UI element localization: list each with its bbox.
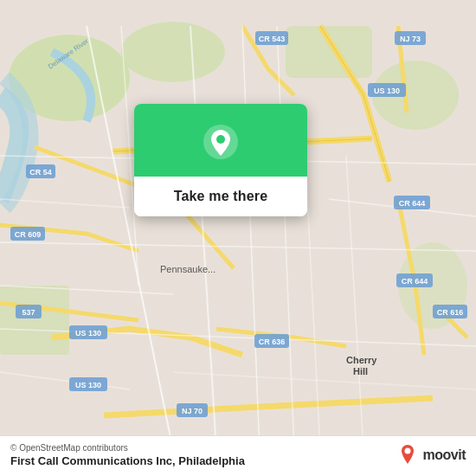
svg-text:US 130: US 130 (374, 87, 400, 95)
svg-text:NJ 73: NJ 73 (400, 35, 421, 43)
svg-point-2 (121, 22, 225, 82)
svg-text:Hill: Hill (353, 366, 368, 376)
popup-card: Take me there (134, 104, 307, 216)
location-pin-icon (202, 123, 240, 161)
svg-text:CR 543: CR 543 (259, 35, 286, 43)
svg-rect-3 (286, 26, 372, 78)
bottom-left: © OpenStreetMap contributors First Call … (10, 443, 245, 467)
osm-attribution: © OpenStreetMap contributors (10, 443, 245, 453)
svg-text:CR 636: CR 636 (259, 338, 286, 346)
moovit-icon (396, 443, 420, 467)
moovit-logo: moovit (396, 443, 466, 467)
svg-text:CR 644: CR 644 (399, 199, 426, 208)
map-container: Delaware River (0, 0, 476, 476)
bottom-bar: © OpenStreetMap contributors First Call … (0, 435, 476, 476)
moovit-brand-text: moovit (423, 447, 466, 463)
svg-text:US 130: US 130 (75, 381, 101, 389)
svg-text:US 130: US 130 (75, 329, 101, 338)
svg-text:CR 616: CR 616 (437, 308, 464, 317)
take-me-there-button[interactable]: Take me there (134, 177, 307, 216)
svg-text:CR 609: CR 609 (15, 230, 42, 239)
svg-text:CR 644: CR 644 (402, 277, 428, 286)
svg-text:Pennsauke...: Pennsauke... (160, 264, 215, 274)
map-svg: Delaware River (0, 0, 476, 476)
svg-point-57 (216, 135, 225, 144)
svg-point-58 (404, 448, 410, 454)
svg-text:CR 54: CR 54 (29, 168, 52, 177)
svg-rect-5 (0, 286, 69, 355)
location-name: First Call Communications Inc, Philadelp… (10, 454, 245, 467)
svg-text:NJ 70: NJ 70 (182, 407, 203, 415)
popup-header (134, 104, 307, 177)
svg-text:537: 537 (22, 308, 35, 317)
svg-text:Cherry: Cherry (346, 355, 377, 365)
